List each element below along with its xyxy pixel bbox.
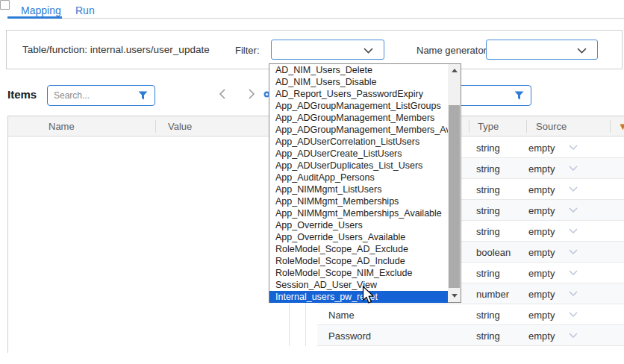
item-type: boolean (476, 247, 511, 258)
dropdown-option[interactable]: App_NIMMgmt_ListUsers (269, 183, 448, 195)
dropdown-option[interactable]: App_NIMMgmt_Memberships (269, 195, 448, 207)
item-source: empty (528, 289, 555, 300)
scroll-up-button[interactable] (448, 64, 461, 77)
chevron-down-icon[interactable] (569, 166, 578, 171)
dropdown-option[interactable]: App_ADGroupManagement_Members (269, 112, 448, 124)
chevron-down-icon[interactable] (569, 228, 578, 233)
filter-funnel-icon[interactable] (138, 91, 148, 100)
dropdown-option[interactable]: AD_NIM_Users_Disable (269, 76, 448, 88)
scrollbar-thumb[interactable] (449, 105, 460, 288)
filter-funnel-icon[interactable] (514, 91, 524, 100)
chevron-down-icon[interactable] (569, 333, 578, 338)
scroll-down-button[interactable] (448, 289, 461, 302)
dropdown-scrollbar[interactable] (448, 64, 461, 302)
chevron-right-icon[interactable] (249, 89, 255, 99)
item-source: empty (528, 310, 555, 321)
items-section-title: Items (7, 88, 37, 101)
item-source: empty (528, 142, 555, 154)
dropdown-option[interactable]: AD_NIM_Users_Delete (269, 64, 448, 76)
dropdown-option[interactable]: App_ADUserCreate_ListUsers (269, 148, 448, 160)
item-type: string (476, 226, 500, 237)
name-generator-label: Name generator: (416, 45, 490, 56)
tab-run[interactable]: Run (75, 4, 95, 16)
filter-combobox[interactable] (271, 40, 384, 60)
item-source: empty (528, 163, 555, 175)
item-source: empty (528, 268, 555, 279)
chevron-down-icon[interactable] (569, 270, 578, 275)
items-search-box (47, 85, 155, 106)
triangle-up-icon (452, 69, 458, 72)
items-search-input[interactable] (54, 88, 128, 103)
mouse-cursor (362, 286, 375, 305)
table-function-label: Table/function: internal.users/user_upda… (22, 44, 210, 55)
chevron-down-icon[interactable] (569, 249, 578, 254)
chevron-down-icon[interactable] (569, 312, 578, 317)
item-type: string (476, 163, 500, 175)
item-source: empty (528, 205, 555, 216)
item-type: string (476, 142, 500, 154)
chevron-down-icon[interactable] (569, 145, 578, 150)
item-source: empty (528, 247, 555, 258)
dropdown-option[interactable]: RoleModel_Scope_AD_Include (269, 255, 448, 267)
item-name: Password (328, 330, 371, 342)
column-header-source[interactable]: Source (536, 121, 567, 132)
table-row[interactable]: Namestringempty (317, 304, 624, 325)
item-type: string (476, 184, 500, 195)
column-divider (526, 120, 527, 133)
triangle-down-icon (452, 294, 458, 298)
chevron-down-icon[interactable] (569, 186, 578, 192)
column-divider (610, 120, 611, 133)
chevron-down-icon (364, 48, 373, 54)
dropdown-option[interactable]: App_Override_Users_Available (269, 231, 448, 243)
dropdown-option[interactable]: App_ADGroupManagement_Members_Available (269, 124, 448, 136)
chevron-down-icon[interactable] (569, 291, 578, 296)
dropdown-option[interactable]: App_Override_Users (269, 219, 448, 231)
column-divider (155, 120, 156, 133)
dropdown-option[interactable]: Session_AD_User_View (269, 279, 448, 291)
filter-label: Filter: (235, 45, 260, 56)
dropdown-option-selected[interactable]: Internal_users_pw_reset (269, 291, 448, 303)
stop-square-icon[interactable] (0, 0, 10, 10)
column-header-value[interactable]: Value (168, 121, 192, 132)
dropdown-option[interactable]: App_NIMMgmt_Memberships_Available (269, 207, 448, 219)
tabs-divider (62, 18, 624, 19)
filter-dropdown-list: AD_NIM_Users_Delete AD_NIM_Users_Disable… (269, 63, 461, 303)
column-header-name[interactable]: Name (49, 121, 75, 132)
chevron-left-icon[interactable] (219, 89, 225, 99)
column-header-type[interactable]: Type (478, 121, 499, 132)
item-type: string (476, 330, 500, 342)
dropdown-option[interactable]: AD_Report_Users_PasswordExpiry (269, 88, 448, 100)
table-row[interactable]: Passwordstringempty (317, 325, 624, 346)
chevron-down-icon (577, 48, 587, 54)
dropdown-option[interactable]: App_ADUserDuplicates_List_Users (269, 160, 448, 172)
item-source: empty (528, 330, 555, 342)
dropdown-option[interactable]: RoleModel_Scope_NIM_Exclude (269, 267, 448, 279)
item-source: empty (528, 184, 555, 195)
table-left-border (7, 116, 8, 353)
item-source: empty (528, 226, 555, 237)
item-name: Name (328, 310, 355, 321)
item-type: string (476, 310, 500, 321)
dropdown-option[interactable]: App_AuditApp_Persons (269, 172, 448, 183)
tab-mapping[interactable]: Mapping (21, 4, 61, 16)
name-generator-combobox[interactable] (486, 40, 598, 60)
clipped-column-header-icon: ▼ (618, 121, 624, 131)
mapping-screen: Mapping Run Table/function: internal.use… (0, 0, 624, 364)
item-type: string (476, 205, 500, 216)
item-type: number (476, 289, 509, 300)
active-tab-underline (7, 16, 62, 19)
chevron-down-icon[interactable] (569, 207, 578, 213)
item-type: string (476, 268, 500, 279)
dropdown-option[interactable]: App_ADUserCorrelation_ListUsers (269, 136, 448, 148)
dropdown-option[interactable]: RoleModel_Scope_AD_Exclude (269, 243, 448, 255)
dropdown-option[interactable]: App_ADGroupManagement_ListGroups (269, 100, 448, 112)
column-divider (469, 120, 469, 133)
